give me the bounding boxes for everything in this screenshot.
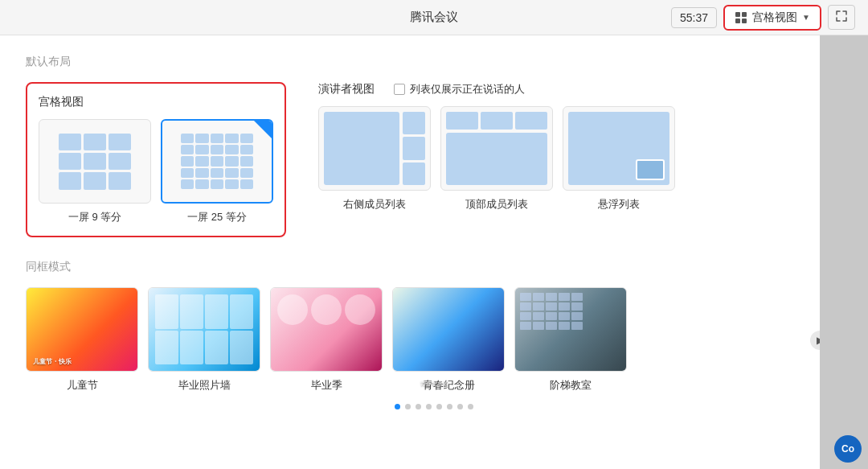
frame-card-youth[interactable]: 青春纪念册 青春纪念册 [392,287,505,393]
grid-cell [211,156,223,166]
grid-cell [195,168,208,178]
svg-rect-0 [735,12,740,17]
main-content: 默认布局 宫格视图 [0,35,868,469]
grid-cell [225,179,238,189]
grid25-card[interactable]: 一屏 25 等分 [161,119,273,224]
frame-card-children[interactable]: 儿童节・快乐 儿童节 [26,287,138,393]
presenter-top-label: 顶部成员列表 [465,197,528,212]
presenter-header: 演讲者视图 列表仅展示正在说话的人 [318,82,675,97]
grid-cell [195,134,208,143]
dot-8[interactable] [468,404,473,409]
seat [546,302,557,311]
grid-cell [240,134,253,143]
grid-view-label: 宫格视图 [39,95,273,109]
dot-5[interactable] [436,404,442,409]
grid9-label: 一屏 9 等分 [68,210,121,224]
frame-card-grad-wall[interactable]: 毕业照片墙 [148,287,260,393]
timer-badge: 55:37 [671,7,717,28]
speaking-only-toggle[interactable]: 列表仅展示正在说话的人 [394,82,525,97]
dot-7[interactable] [457,404,463,409]
grid-cell [59,153,81,170]
seat [571,312,583,320]
grid-cell [225,145,238,154]
frame-card-classroom-inner [514,287,627,372]
grid-cell [181,145,194,154]
grid-cell [240,168,253,178]
top-strip-item [515,112,547,130]
grid9-card[interactable]: 一屏 9 等分 [39,119,151,224]
seat [533,312,544,320]
default-layout-section: 默认布局 宫格视图 [26,55,842,237]
grid-cell [84,153,106,170]
grid-cell [59,134,81,150]
view-mode-button[interactable]: 宫格视图 ▼ [723,5,821,31]
frame-children-visual: 儿童节・快乐 [27,288,137,371]
seat [533,322,544,330]
classroom-row [520,293,621,301]
seat [559,312,570,320]
grid-cell [225,134,238,143]
seat [546,293,557,301]
seat [533,302,544,311]
grid-cell [225,168,238,178]
grid-cell [181,179,194,189]
dot-3[interactable] [416,404,421,409]
title-bar: 腾讯会议 55:37 宫格视图 ▼ [0,0,868,35]
seat [559,302,570,311]
grid-cell [84,134,106,150]
fullscreen-button[interactable] [828,5,855,30]
presenter-main-below [446,133,547,185]
top-strip-item [446,112,478,130]
frame-cards-container: 儿童节・快乐 儿童节 [26,287,842,393]
grid-cell [225,156,238,166]
seat [571,302,583,311]
app-title: 腾讯会议 [410,10,458,25]
grid-cell [240,179,253,189]
presenter-right-label: 右侧成员列表 [343,197,406,212]
strip-item [403,112,425,134]
grid9-inner [39,119,151,204]
presenter-right-inner [318,106,431,191]
frame-card-graduation-inner [270,287,383,372]
grid25-label: 一屏 25 等分 [187,210,247,224]
presenter-section: 演讲者视图 列表仅展示正在说话的人 [318,82,675,212]
frame-card-classroom[interactable]: 阶梯教室 [514,287,627,393]
speaking-only-checkbox[interactable] [394,84,405,95]
grid-cell [181,156,194,166]
dot-2[interactable] [405,404,411,409]
presenter-right-list-card[interactable]: 右侧成员列表 [318,106,431,212]
grid-layout-cards: 一屏 9 等分 [39,119,273,224]
seat [520,302,531,311]
presenter-float-card[interactable]: 悬浮列表 [563,106,675,212]
grid-view-box: 宫格视图 [26,82,286,237]
top-strip-item [481,112,513,130]
frame-card-graduation[interactable]: 毕业季 [270,287,383,393]
classroom-row [520,302,621,311]
presenter-float-label: 悬浮列表 [598,197,640,212]
seat [571,293,583,301]
fullscreen-icon [835,10,848,23]
seat [559,293,570,301]
dot-1[interactable] [395,404,400,409]
seat [520,293,531,301]
presenter-top-list-card[interactable]: 顶部成员列表 [440,106,553,212]
svg-rect-2 [735,19,740,23]
grid25-inner [161,119,273,204]
frame-card-grad-wall-inner [148,287,260,372]
grid-cell [181,168,194,178]
dot-6[interactable] [447,404,452,409]
pagination-dots [26,404,842,409]
seat [520,322,531,330]
seat [546,312,557,320]
grid-cell [195,179,208,189]
grid-cell [108,153,131,170]
frame-grad-wall-visual [149,288,260,371]
presenter-float-inner [563,106,675,191]
selected-corner-indicator [254,121,272,138]
grid-cell [211,145,223,154]
presenter-cards: 右侧成员列表 [318,106,675,212]
top-strip [446,112,547,130]
dot-4[interactable] [426,404,432,409]
presenter-view-label: 演讲者视图 [318,82,375,97]
grid9-pattern [59,134,131,190]
